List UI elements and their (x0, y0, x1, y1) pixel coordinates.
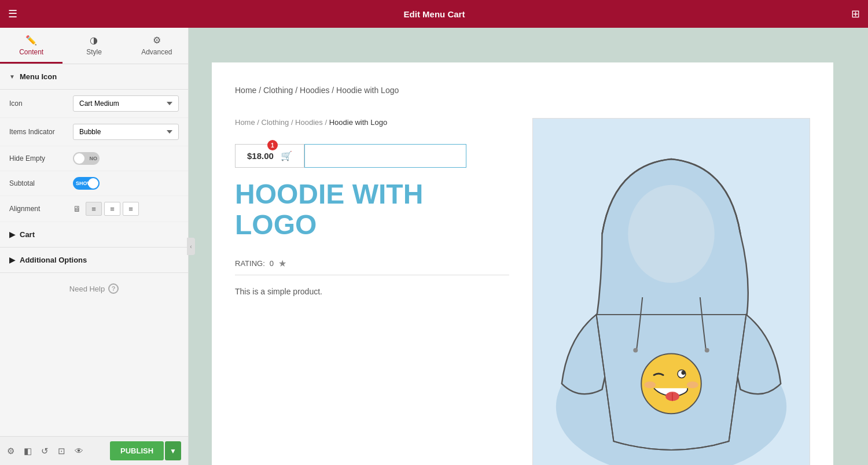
additional-options-arrow: ▶ (9, 256, 15, 264)
alignment-label: Alignment (9, 205, 73, 213)
alignment-control: 🖥 ≡ ≡ ≡ (73, 202, 179, 216)
product-info: Home / Clothing / Hoodies / Hoodie with … (235, 118, 509, 465)
cart-text-box (304, 144, 466, 168)
icon-field-row: Icon Cart Small Cart Medium Cart Large (0, 90, 188, 118)
items-indicator-control: None Bubble Number (73, 124, 179, 140)
pencil-icon: ✏️ (25, 35, 37, 46)
menu-icon-section-header[interactable]: ▼ Menu Icon (0, 64, 188, 90)
additional-options-section-header[interactable]: ▶ Additional Options (0, 248, 188, 273)
hamburger-icon[interactable]: ☰ (8, 8, 17, 20)
product-title: HOODIE WITH LOGO (235, 179, 509, 241)
breadcrumb-sep3: / (325, 118, 329, 127)
panel-content: ▼ Menu Icon Icon Cart Small Cart Medium … (0, 64, 188, 436)
additional-options-label: Additional Options (20, 256, 87, 264)
responsive-icon[interactable]: ⊡ (58, 446, 65, 456)
breadcrumb-clothing: Clothing (262, 118, 289, 127)
cart-bar: $18.00 1 🛒 (235, 144, 509, 168)
publish-dropdown-button[interactable]: ▼ (165, 441, 181, 460)
items-indicator-label: Items Indicator (9, 128, 73, 136)
gear-icon: ⚙ (153, 35, 161, 46)
subtotal-control: SHOW (73, 177, 179, 190)
history-icon[interactable]: ↺ (41, 446, 49, 456)
collapse-panel-handle[interactable]: ‹ (187, 238, 195, 255)
menu-icon-label: Menu Icon (20, 72, 57, 81)
left-panel: ✏️ Content ◑ Style ⚙ Advanced ▼ Menu Ico… (0, 28, 189, 465)
subtotal-toggle-wrapper: SHOW (73, 177, 179, 190)
top-bar: ☰ Edit Menu Cart ⊞ (0, 0, 868, 28)
alignment-field-row: Alignment 🖥 ≡ ≡ ≡ (0, 196, 188, 222)
product-image-box (532, 118, 810, 465)
hide-empty-control: NO (73, 152, 179, 165)
hide-empty-toggle[interactable]: NO (73, 152, 100, 165)
hide-empty-toggle-wrapper: NO (73, 152, 179, 165)
preview-icon[interactable]: 👁 (75, 446, 83, 456)
cart-label: Cart (20, 230, 35, 239)
icon-control: Cart Small Cart Medium Cart Large (73, 95, 179, 112)
need-help[interactable]: Need Help ? (0, 273, 188, 304)
cart-section-header[interactable]: ▶ Cart (0, 222, 188, 248)
breadcrumb-top-text: Home / Clothing / Hoodies / Hoodie with … (235, 86, 399, 95)
toggle-on-label: SHOW (76, 180, 92, 186)
star-icon: ★ (278, 258, 286, 269)
cart-price-box: $18.00 1 🛒 (235, 144, 304, 168)
tab-content[interactable]: ✏️ Content (0, 28, 62, 64)
help-icon-text: ? (112, 285, 116, 292)
svg-point-11 (644, 381, 656, 388)
breadcrumb-hoodies: Hoodies (295, 118, 323, 127)
toggle-off-label: NO (90, 156, 98, 161)
help-circle-icon: ? (108, 283, 119, 294)
grid-icon[interactable]: ⊞ (851, 8, 860, 20)
icon-select[interactable]: Cart Small Cart Medium Cart Large (73, 95, 179, 112)
items-indicator-field-row: Items Indicator None Bubble Number (0, 118, 188, 146)
style-icon: ◑ (90, 35, 98, 46)
page-preview: Home / Clothing / Hoodies / Hoodie with … (212, 62, 833, 465)
rating-label: RATING: (235, 259, 265, 268)
product-area: Home / Clothing / Hoodies / Hoodie with … (235, 118, 810, 465)
subtotal-toggle[interactable]: SHOW (73, 177, 100, 190)
page-title: Edit Menu Cart (404, 9, 465, 19)
breadcrumb-home: Home (235, 118, 255, 127)
publish-button[interactable]: PUBLISH (110, 441, 164, 460)
align-left-button[interactable]: ≡ (86, 202, 102, 216)
need-help-label: Need Help (69, 285, 105, 293)
cart-small-icon: 🛒 (281, 150, 292, 161)
publish-group: PUBLISH ▼ (110, 441, 181, 460)
tab-content-label: Content (19, 48, 43, 56)
right-content: Home / Clothing / Hoodies / Hoodie with … (189, 28, 868, 465)
product-image-area (532, 118, 810, 465)
product-description: This is a simple product. (235, 287, 509, 296)
items-indicator-select[interactable]: None Bubble Number (73, 124, 179, 140)
cart-price: $18.00 (247, 151, 274, 161)
cart-arrow: ▶ (9, 230, 15, 239)
subtotal-field-row: Subtotal SHOW (0, 171, 188, 196)
rating-row: RATING: 0 ★ (235, 258, 509, 275)
product-image-svg (533, 119, 810, 465)
tab-advanced[interactable]: ⚙ Advanced (126, 28, 188, 64)
svg-point-3 (633, 348, 638, 353)
svg-point-4 (705, 348, 709, 353)
tab-style-label: Style (86, 48, 102, 56)
tab-style[interactable]: ◑ Style (62, 28, 125, 64)
icon-label: Icon (9, 99, 73, 108)
breadcrumb-secondary: Home / Clothing / Hoodies / Hoodie with … (235, 118, 509, 127)
tab-bar: ✏️ Content ◑ Style ⚙ Advanced (0, 28, 188, 64)
rating-value: 0 (270, 259, 274, 268)
tab-advanced-label: Advanced (141, 48, 172, 56)
align-right-button[interactable]: ≡ (123, 202, 139, 216)
alignment-group: ≡ ≡ ≡ (86, 202, 139, 216)
svg-point-12 (687, 381, 698, 388)
menu-icon-arrow: ▼ (9, 73, 15, 80)
hide-empty-field-row: Hide Empty NO (0, 146, 188, 171)
cart-badge: 1 (267, 140, 278, 150)
breadcrumb-top: Home / Clothing / Hoodies / Hoodie with … (235, 86, 810, 95)
layers-icon[interactable]: ◧ (24, 446, 32, 456)
svg-point-8 (681, 371, 685, 375)
subtotal-label: Subtotal (9, 179, 73, 187)
align-center-button[interactable]: ≡ (104, 202, 120, 216)
svg-point-2 (628, 185, 714, 283)
main-layout: ✏️ Content ◑ Style ⚙ Advanced ▼ Menu Ico… (0, 28, 868, 465)
breadcrumb-sep1: / (257, 118, 261, 127)
monitor-icon: 🖥 (73, 204, 81, 213)
settings-icon[interactable]: ⚙ (7, 446, 14, 456)
bottom-bar: ⚙ ◧ ↺ ⊡ 👁 PUBLISH ▼ (0, 436, 188, 465)
